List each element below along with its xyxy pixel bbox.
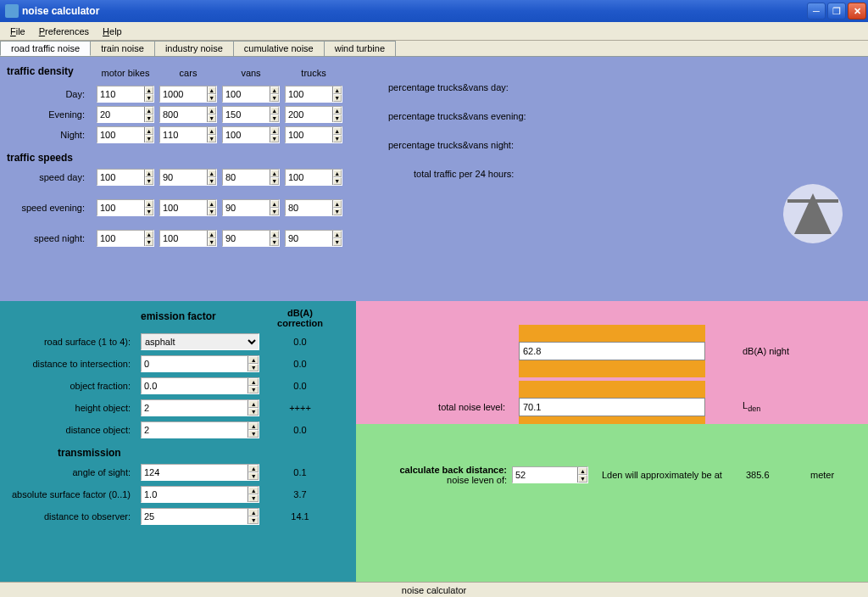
spin-up-icon[interactable]: ▲ (248, 400, 259, 408)
density-1-2-input[interactable] (223, 107, 270, 122)
spin-up-icon[interactable]: ▲ (270, 127, 280, 135)
spin-down-icon[interactable]: ▼ (208, 177, 217, 185)
spin-down-icon[interactable]: ▼ (578, 475, 587, 483)
trans-1-input[interactable] (142, 487, 248, 502)
spin-up-icon[interactable]: ▲ (208, 231, 217, 238)
speed-2-3-spinner[interactable]: ▲▼ (285, 230, 342, 247)
speed-1-1-input[interactable] (160, 200, 207, 215)
speed-1-2-spinner[interactable]: ▲▼ (222, 199, 280, 216)
spin-down-icon[interactable]: ▼ (333, 238, 342, 246)
density-0-1-spinner[interactable]: ▲▼ (159, 86, 217, 103)
density-2-1-spinner[interactable]: ▲▼ (159, 126, 217, 143)
spin-down-icon[interactable]: ▼ (248, 364, 259, 371)
spin-up-icon[interactable]: ▲ (208, 107, 217, 114)
spin-down-icon[interactable]: ▼ (248, 494, 259, 502)
trans-0-input[interactable] (142, 465, 248, 480)
speed-2-3-input[interactable] (286, 231, 332, 246)
spin-up-icon[interactable]: ▲ (248, 422, 259, 430)
spin-up-icon[interactable]: ▲ (248, 356, 259, 364)
spin-up-icon[interactable]: ▲ (145, 200, 154, 208)
spin-up-icon[interactable]: ▲ (248, 487, 259, 494)
emission-2-input[interactable] (142, 378, 248, 393)
density-2-2-spinner[interactable]: ▲▼ (222, 126, 280, 143)
spin-down-icon[interactable]: ▼ (333, 94, 342, 102)
density-2-2-input[interactable] (223, 127, 270, 142)
tab-industry[interactable]: industry noise (154, 41, 234, 56)
emission-3-spinner[interactable]: ▲▼ (141, 399, 259, 416)
spin-up-icon[interactable]: ▲ (208, 127, 217, 135)
spin-down-icon[interactable]: ▼ (208, 208, 217, 215)
spin-up-icon[interactable]: ▲ (578, 467, 587, 475)
spin-up-icon[interactable]: ▲ (333, 200, 342, 208)
spin-down-icon[interactable]: ▼ (270, 177, 280, 185)
spin-down-icon[interactable]: ▼ (208, 135, 217, 142)
emission-2-spinner[interactable]: ▲▼ (141, 377, 259, 394)
spin-up-icon[interactable]: ▲ (333, 170, 342, 177)
spin-up-icon[interactable]: ▲ (270, 86, 280, 94)
spin-down-icon[interactable]: ▼ (270, 114, 280, 122)
speed-0-0-input[interactable] (97, 170, 144, 185)
spin-up-icon[interactable]: ▲ (145, 127, 154, 135)
speed-1-0-spinner[interactable]: ▲▼ (97, 199, 154, 216)
emission-4-input[interactable] (142, 422, 248, 438)
density-2-1-input[interactable] (160, 127, 207, 142)
trans-2-input[interactable] (142, 509, 248, 524)
emission-1-input[interactable] (142, 356, 248, 371)
spin-up-icon[interactable]: ▲ (333, 231, 342, 238)
density-1-2-spinner[interactable]: ▲▼ (222, 106, 280, 123)
spin-down-icon[interactable]: ▼ (145, 208, 154, 215)
spin-up-icon[interactable]: ▲ (270, 231, 280, 238)
density-1-0-spinner[interactable]: ▲▼ (97, 106, 154, 123)
speed-0-3-input[interactable] (286, 170, 332, 185)
spin-down-icon[interactable]: ▼ (145, 177, 154, 185)
spin-down-icon[interactable]: ▼ (333, 177, 342, 185)
density-0-3-input[interactable] (286, 86, 332, 102)
tab-cumulative[interactable]: cumulative noise (233, 41, 325, 56)
speed-1-3-spinner[interactable]: ▲▼ (285, 199, 342, 216)
speed-2-0-input[interactable] (97, 231, 144, 246)
spin-up-icon[interactable]: ▲ (270, 107, 280, 114)
spin-down-icon[interactable]: ▼ (333, 208, 342, 215)
menu-help[interactable]: Help (96, 25, 129, 38)
spin-down-icon[interactable]: ▼ (270, 135, 280, 142)
speed-2-0-spinner[interactable]: ▲▼ (97, 230, 154, 247)
trans-1-spinner[interactable]: ▲▼ (141, 486, 259, 503)
spin-down-icon[interactable]: ▼ (145, 94, 154, 102)
spin-up-icon[interactable]: ▲ (333, 86, 342, 94)
spin-down-icon[interactable]: ▼ (248, 472, 259, 480)
density-2-0-spinner[interactable]: ▲▼ (97, 126, 154, 143)
speed-0-1-input[interactable] (160, 170, 207, 185)
density-0-0-spinner[interactable]: ▲▼ (97, 86, 154, 103)
calcback-spinner[interactable]: ▲▼ (512, 466, 588, 483)
close-button[interactable]: ✕ (848, 3, 866, 20)
spin-up-icon[interactable]: ▲ (270, 170, 280, 177)
density-1-3-spinner[interactable]: ▲▼ (285, 106, 342, 123)
trans-2-spinner[interactable]: ▲▼ (141, 508, 259, 525)
spin-down-icon[interactable]: ▼ (270, 94, 280, 102)
spin-down-icon[interactable]: ▼ (333, 135, 342, 142)
speed-2-2-input[interactable] (223, 231, 270, 246)
tab-road-traffic[interactable]: road traffic noise (0, 41, 91, 56)
spin-up-icon[interactable]: ▲ (145, 170, 154, 177)
speed-0-2-spinner[interactable]: ▲▼ (222, 169, 280, 186)
spin-up-icon[interactable]: ▲ (145, 86, 154, 94)
spin-up-icon[interactable]: ▲ (208, 200, 217, 208)
speed-1-0-input[interactable] (97, 200, 144, 215)
spin-up-icon[interactable]: ▲ (248, 509, 259, 516)
density-0-0-input[interactable] (97, 86, 144, 102)
spin-up-icon[interactable]: ▲ (333, 107, 342, 114)
spin-up-icon[interactable]: ▲ (208, 86, 217, 94)
calcback-input[interactable] (513, 467, 577, 483)
speed-0-3-spinner[interactable]: ▲▼ (285, 169, 342, 186)
density-1-1-spinner[interactable]: ▲▼ (159, 106, 217, 123)
speed-1-1-spinner[interactable]: ▲▼ (159, 199, 217, 216)
speed-2-1-spinner[interactable]: ▲▼ (159, 230, 217, 247)
spin-up-icon[interactable]: ▲ (145, 107, 154, 114)
speed-2-2-spinner[interactable]: ▲▼ (222, 230, 280, 247)
speed-0-1-spinner[interactable]: ▲▼ (159, 169, 217, 186)
menu-preferences[interactable]: Preferences (32, 25, 96, 38)
trans-0-spinner[interactable]: ▲▼ (141, 464, 259, 481)
emission-4-spinner[interactable]: ▲▼ (141, 421, 259, 438)
density-2-3-input[interactable] (286, 127, 332, 142)
spin-down-icon[interactable]: ▼ (248, 408, 259, 416)
